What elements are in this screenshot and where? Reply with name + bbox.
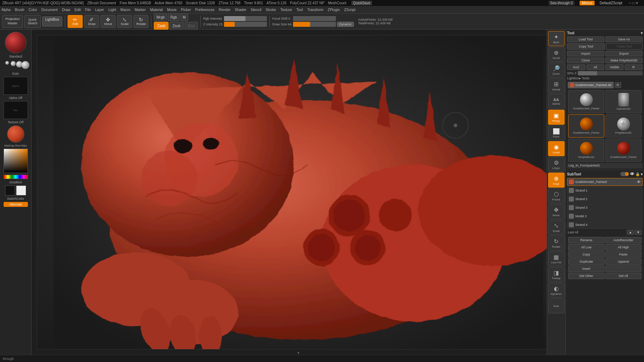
zadd-btn[interactable]: Zadd — [154, 22, 169, 30]
menu-draw[interactable]: Draw — [62, 8, 70, 12]
menu-stroke[interactable]: Stroke — [266, 8, 276, 12]
all-btn[interactable]: All — [586, 64, 605, 70]
all-low-btn[interactable]: All Low — [568, 244, 605, 251]
subtool-item-model2[interactable]: Model 2 — [567, 212, 643, 220]
import-btn[interactable]: Import — [567, 51, 604, 56]
menu-stencil[interactable]: Stencil — [251, 8, 262, 12]
menu-material[interactable]: Material — [150, 8, 163, 12]
subtool-item-strand1[interactable]: Strand 1 — [567, 187, 643, 194]
subtool-lock-icon[interactable]: 🔒 — [635, 172, 640, 176]
menu-light[interactable]: Light — [108, 8, 116, 12]
autorecorder-btn[interactable]: AutoRecorder — [605, 237, 642, 243]
tool-thumb-grabmonster-orange[interactable]: GrabMonster_Painte — [568, 114, 604, 138]
dot-2[interactable] — [11, 61, 16, 66]
alternate-btn[interactable]: Alternate — [4, 202, 28, 207]
draw-size-slider[interactable] — [293, 22, 336, 27]
cxyz-icon-btn[interactable]: ⊕ Cxyz — [548, 173, 565, 188]
scale-btn[interactable]: ⤡ Scale — [117, 15, 132, 28]
menu-tool[interactable]: Tool — [296, 8, 303, 12]
transp-icon-btn[interactable]: ◨ Transp — [548, 267, 565, 282]
hue-slider[interactable] — [4, 175, 28, 179]
del-all-btn[interactable]: Del All — [605, 273, 642, 279]
linefill-icon-btn[interactable]: ▦ Line Fill — [548, 251, 565, 266]
white-swatch[interactable] — [16, 185, 26, 195]
tool-thumb-grabmonster-white[interactable]: GrabMonster_Painte — [568, 90, 604, 113]
down-arrow-btn[interactable]: ▼ — [635, 230, 642, 235]
matcap-ball[interactable] — [7, 125, 24, 143]
tool-thumb-simplebrush[interactable]: SimpleBrush — [568, 139, 604, 162]
rename-btn[interactable]: Rename — [568, 237, 605, 243]
menus-btn[interactable]: Menus — [580, 1, 595, 5]
all-high-btn[interactable]: All High — [605, 244, 642, 251]
make-polymesh-btn[interactable]: Make PolyMesh3D — [605, 58, 643, 63]
zsub-btn[interactable]: Zsub — [169, 22, 184, 30]
move2-icon-btn[interactable]: ✥ Move — [548, 204, 565, 219]
lgym-icon-btn[interactable]: ⚙ LGym — [548, 157, 565, 172]
menu-color[interactable]: Color — [29, 8, 37, 12]
menu-picker[interactable]: Picker — [181, 8, 191, 12]
menu-alpha[interactable]: Alpha — [1, 8, 11, 12]
see-through-display[interactable]: See-through 0 — [548, 1, 575, 5]
menu-preferences[interactable]: Preferences — [195, 8, 215, 12]
material-ball[interactable] — [5, 32, 26, 53]
tool-thumb-cylinder3d[interactable]: Cylinder3D — [605, 90, 641, 113]
subtool-item-strand4[interactable]: Strand 4 — [567, 221, 643, 229]
color-picker[interactable] — [4, 149, 28, 173]
r-btn[interactable]: R — [625, 64, 643, 70]
rgb-btn[interactable]: Rgb — [168, 13, 179, 21]
menu-file[interactable]: File — [85, 8, 91, 12]
z-intensity-slider[interactable] — [224, 22, 267, 27]
zcut-btn[interactable]: Zcut — [185, 22, 198, 30]
rotate-btn[interactable]: ↻ Rotate — [133, 15, 148, 28]
grab-r-btn[interactable]: R — [615, 82, 621, 88]
canvas-scroll-arrow[interactable]: ▼ — [297, 351, 300, 355]
lightbox-tools-label[interactable]: Lightbox▸ Tools — [567, 76, 589, 80]
subtool-item-strand3[interactable]: Strand 3 — [567, 204, 643, 212]
load-tool-btn[interactable]: Load Tool — [567, 36, 604, 42]
dot-4[interactable] — [21, 61, 29, 69]
dot-1[interactable] — [5, 61, 9, 65]
menu-layer[interactable]: Layer — [95, 8, 104, 12]
projection-master-btn[interactable]: Projection Master — [2, 15, 23, 28]
black-swatch[interactable] — [5, 185, 15, 195]
menu-transform[interactable]: Transform — [307, 8, 323, 12]
export-btn[interactable]: Export — [605, 51, 643, 56]
menu-document[interactable]: Document — [42, 8, 58, 12]
paste-tool-btn[interactable]: Paste Tool — [606, 43, 643, 50]
mrgb-btn[interactable]: Mrgb — [154, 13, 167, 21]
menu-texture[interactable]: Texture — [280, 8, 292, 12]
m-btn[interactable]: M — [180, 13, 188, 21]
subtool-toggle[interactable] — [620, 172, 629, 176]
default-zscript[interactable]: DefaultZScript — [600, 1, 622, 5]
subtool-eye-1[interactable]: 👁 — [637, 180, 641, 184]
clone-btn[interactable]: Clone — [567, 58, 604, 63]
menu-movie[interactable]: Movie — [167, 8, 177, 12]
subtool-eye-icon[interactable]: 👁 — [630, 172, 634, 177]
persp-icon-btn[interactable]: ▣ Persp — [548, 110, 565, 125]
delete-btn[interactable] — [605, 266, 642, 272]
actual-icon-btn[interactable]: ⊞ Actual — [548, 78, 565, 93]
menu-marker[interactable]: Marker — [135, 8, 146, 12]
floor-icon-btn[interactable]: ⬜ Floor — [548, 125, 565, 140]
focal-shift-slider[interactable] — [293, 16, 336, 21]
duplicate-btn[interactable]: Duplicate — [568, 258, 605, 265]
best-icon-btn[interactable]: ✦ Best — [548, 31, 565, 46]
up-arrow-btn[interactable]: ▲ — [627, 230, 634, 235]
copy-subtool-btn[interactable]: Copy — [568, 251, 605, 258]
append-btn[interactable]: Append — [605, 258, 642, 265]
subtool-expand-icon[interactable]: ▾ — [641, 172, 643, 176]
spix-slider[interactable] — [578, 71, 643, 75]
paste-subtool-btn[interactable]: Paste — [605, 251, 642, 258]
subtool-item-grabmonster[interactable]: GrabMonster_Painted 👁 — [567, 178, 643, 186]
tool-thumb-grabmonster-painted[interactable]: GrabMonster_Painte — [605, 139, 641, 162]
menu-edit[interactable]: Edit — [75, 8, 81, 12]
dynamic2-icon-btn[interactable]: ◐ Dynamic — [548, 283, 565, 298]
goz-btn[interactable]: GoZ — [567, 64, 585, 70]
zoom-icon-btn[interactable]: 🔎 Zoom — [548, 63, 565, 78]
del-other-btn[interactable]: Del Other — [568, 273, 605, 279]
tool-collapse-icon[interactable]: ▾ — [641, 31, 643, 35]
menu-render[interactable]: Render — [219, 8, 231, 12]
menu-zplugin[interactable]: ZPlugin — [328, 8, 340, 12]
scale2-icon-btn[interactable]: ⤡ Scale — [548, 220, 565, 235]
quick-save-btn[interactable]: QuickSave — [351, 1, 372, 5]
